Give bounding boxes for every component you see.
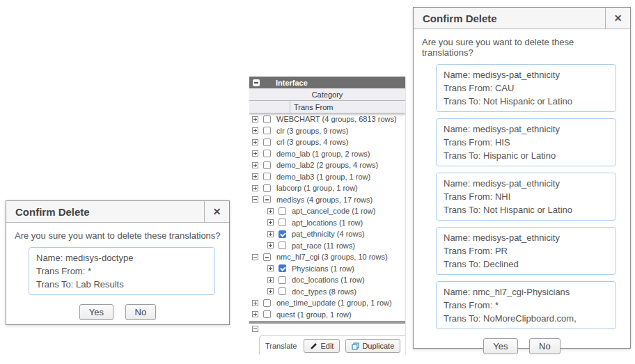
checkbox-unchecked[interactable] (263, 299, 271, 307)
tree-row[interactable]: demo_lab3 (1 group, 1 row) (249, 171, 405, 183)
collapse-icon[interactable] (252, 254, 258, 260)
dialog-header: Confirm Delete ✕ (414, 8, 630, 29)
right-confirm-delete-dialog: Confirm Delete ✕ Are you sure you want t… (413, 7, 631, 349)
left-confirm-delete-dialog: Confirm Delete ✕ Are you sure you want t… (6, 200, 230, 325)
expand-icon[interactable] (252, 150, 258, 157)
no-button[interactable]: No (529, 338, 560, 354)
checkbox-unchecked[interactable] (279, 242, 286, 249)
checkbox-checked[interactable] (279, 264, 286, 272)
checkbox-unchecked[interactable] (263, 173, 271, 180)
tree-label: crl (3 groups, 4 rows) (276, 138, 348, 146)
tree-row[interactable]: demo_lab (1 group, 2 rows) (249, 148, 405, 160)
expand-icon[interactable] (267, 242, 274, 248)
dialog-title: Confirm Delete (6, 201, 204, 222)
checkbox-unchecked[interactable] (279, 219, 286, 226)
expand-icon[interactable] (252, 139, 258, 145)
translation-line: Trans From: CAU (444, 81, 609, 95)
panel-header-title: Interface (276, 79, 308, 87)
tree-row[interactable]: pat_ethnicity (4 rows) (249, 228, 405, 240)
tree-label: apt_cancel_code (1 row) (292, 207, 375, 215)
checkbox-checked[interactable] (279, 230, 286, 238)
collapse-row (249, 324, 405, 333)
expand-icon[interactable] (252, 300, 258, 306)
expand-icon[interactable] (252, 127, 258, 134)
tree-row[interactable]: quest (1 group, 1 row) (249, 309, 405, 321)
checkbox-unchecked[interactable] (263, 184, 271, 192)
checkbox-unchecked[interactable] (279, 287, 286, 295)
checkbox-unchecked[interactable] (263, 127, 271, 134)
translation-item: Name: medisys-pat_ethnicityTrans From: P… (436, 227, 616, 275)
translate-label: Translate (265, 342, 297, 350)
translation-line: Name: medisys-pat_ethnicity (444, 122, 609, 136)
tree-row[interactable]: medisys (4 groups, 17 rows) (249, 194, 405, 206)
expand-icon[interactable] (267, 208, 274, 214)
translation-item: Name: medisys-doctypeTrans From: *Trans … (29, 247, 215, 295)
dialog-title: Confirm Delete (414, 8, 605, 29)
checkbox-indeterminate[interactable] (263, 253, 271, 261)
duplicate-button[interactable]: Duplicate (345, 339, 400, 353)
tree-row[interactable]: pat_race (11 rows) (249, 240, 405, 252)
expand-icon[interactable] (267, 231, 274, 237)
pencil-icon (310, 342, 318, 350)
translation-line: Trans To: Lab Results (36, 278, 207, 291)
tree-row[interactable]: demo_lab2 (2 groups, 4 rows) (249, 159, 405, 171)
tree-row[interactable]: apt_locations (1 row) (249, 217, 405, 229)
checkbox-unchecked[interactable] (263, 116, 271, 123)
collapse-icon[interactable] (252, 196, 258, 203)
expand-icon[interactable] (267, 288, 274, 294)
close-icon[interactable]: ✕ (204, 201, 229, 222)
translation-item: Name: medisys-pat_ethnicityTrans From: C… (436, 64, 616, 112)
trans-from-header-row[interactable]: Trans From (249, 101, 405, 113)
tree-label: WEBCHART (4 groups, 6813 rows) (276, 115, 397, 123)
checkbox-unchecked[interactable] (279, 207, 286, 215)
collapse-panel-icon[interactable] (253, 79, 260, 86)
expand-icon[interactable] (252, 173, 258, 180)
tree-row[interactable]: doc_types (8 rows) (249, 286, 405, 298)
translation-line: Trans To: NoMoreClipboard.com, (444, 312, 609, 325)
expand-icon[interactable] (252, 185, 258, 191)
tree-row[interactable]: nmc_hl7_cgi (3 groups, 10 rows) (249, 251, 405, 263)
expand-icon[interactable] (252, 311, 258, 317)
interface-tree-panel: Interface Category Trans From WEBCHART (… (249, 77, 406, 355)
checkbox-unchecked[interactable] (263, 139, 271, 146)
tree: WEBCHART (4 groups, 6813 rows)clr (3 gro… (249, 113, 405, 320)
checkbox-unchecked[interactable] (279, 276, 286, 284)
tree-row[interactable]: one_time_update (1 group, 1 row) (249, 297, 405, 309)
expand-icon[interactable] (252, 116, 258, 122)
no-button[interactable]: No (125, 304, 157, 320)
category-header-row[interactable]: Category (249, 88, 405, 101)
checkbox-unchecked[interactable] (263, 310, 271, 318)
expand-icon[interactable] (252, 162, 258, 168)
tree-row[interactable]: doc_locations (1 row) (249, 274, 405, 286)
translation-line: Trans From: NHI (444, 190, 609, 203)
expand-icon[interactable] (267, 277, 274, 283)
tree-label: demo_lab3 (1 group, 1 row) (276, 173, 370, 181)
translation-line: Trans From: PR (444, 244, 609, 258)
edit-button-label: Edit (320, 342, 334, 350)
tree-row[interactable]: Physicians (1 row) (249, 263, 405, 275)
checkbox-unchecked[interactable] (263, 150, 271, 157)
yes-button[interactable]: Yes (79, 304, 113, 320)
expand-icon[interactable] (267, 219, 274, 225)
checkbox-indeterminate[interactable] (263, 196, 271, 203)
collapse-all-icon[interactable] (252, 326, 258, 332)
tree-row[interactable]: apt_cancel_code (1 row) (249, 205, 405, 217)
duplicate-button-label: Duplicate (362, 342, 394, 350)
translation-line: Name: medisys-pat_ethnicity (444, 177, 609, 190)
tree-row[interactable]: labcorp (1 group, 1 row) (249, 182, 405, 194)
tree-label: doc_types (8 rows) (292, 287, 356, 296)
tree-row[interactable]: WEBCHART (4 groups, 6813 rows) (249, 113, 405, 125)
translation-list: Name: medisys-pat_ethnicityTrans From: C… (422, 64, 622, 329)
translation-line: Trans From: HIS (444, 136, 609, 149)
close-icon[interactable]: ✕ (605, 8, 630, 29)
tree-row[interactable]: clr (3 groups, 9 rows) (249, 125, 405, 137)
checkbox-unchecked[interactable] (263, 161, 271, 169)
yes-button[interactable]: Yes (483, 338, 517, 354)
expand-icon[interactable] (267, 265, 274, 271)
dialog-body: Are you sure you want to delete these tr… (414, 29, 630, 354)
tree-row[interactable]: crl (3 groups, 4 rows) (249, 136, 405, 148)
translation-item: Name: nmc_hl7_cgi-PhysiciansTrans From: … (436, 281, 616, 329)
edit-button[interactable]: Edit (304, 339, 340, 353)
translation-line: Name: nmc_hl7_cgi-Physicians (444, 285, 609, 299)
tree-label: Physicians (1 row) (292, 264, 354, 273)
